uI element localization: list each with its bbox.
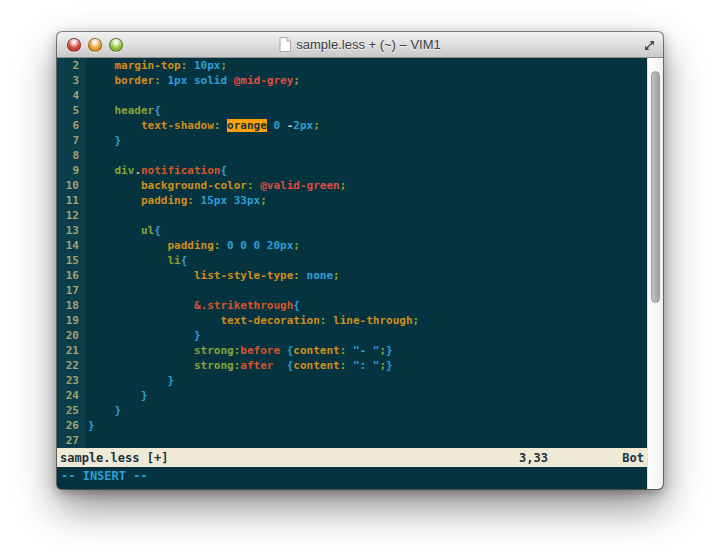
- statusline-ruler: 3,33: [519, 451, 548, 465]
- code-text: [86, 208, 88, 223]
- code-line[interactable]: 9 div.notification{: [57, 163, 647, 178]
- traffic-lights: [67, 32, 123, 57]
- code-text: }: [86, 418, 95, 433]
- line-number: 7: [57, 133, 86, 148]
- code-text: [86, 283, 88, 298]
- code-text: strong:before {content: "- ";}: [86, 343, 393, 358]
- code-text: padding: 15px 33px;: [86, 193, 267, 208]
- code-line[interactable]: 7 }: [57, 133, 647, 148]
- code-line[interactable]: 15 li{: [57, 253, 647, 268]
- code-line[interactable]: 25 }: [57, 403, 647, 418]
- line-number: 6: [57, 118, 86, 133]
- line-number: 16: [57, 268, 86, 283]
- line-number: 8: [57, 148, 86, 163]
- code-text: border: 1px solid @mid-grey;: [86, 73, 300, 88]
- code-line[interactable]: 26}: [57, 418, 647, 433]
- line-number: 2: [57, 58, 86, 73]
- code-line[interactable]: 10 background-color: @valid-green;: [57, 178, 647, 193]
- code-line[interactable]: 6 text-shadow: orange 0 -2px;: [57, 118, 647, 133]
- code-line[interactable]: 2 margin-top: 10px;: [57, 58, 647, 73]
- code-line[interactable]: 3 border: 1px solid @mid-grey;: [57, 73, 647, 88]
- line-number: 20: [57, 328, 86, 343]
- code-line[interactable]: 4: [57, 88, 647, 103]
- fullscreen-arrows-icon[interactable]: [643, 38, 656, 51]
- code-line[interactable]: 19 text-decoration: line-through;: [57, 313, 647, 328]
- code-line[interactable]: 21 strong:before {content: "- ";}: [57, 343, 647, 358]
- code-text: }: [86, 133, 121, 148]
- document-icon: [279, 37, 291, 52]
- code-text: }: [86, 373, 174, 388]
- code-text: div.notification{: [86, 163, 227, 178]
- line-number: 26: [57, 418, 86, 433]
- zoom-icon[interactable]: [109, 38, 123, 52]
- code-line[interactable]: 24 }: [57, 388, 647, 403]
- code-line[interactable]: 16 list-style-type: none;: [57, 268, 647, 283]
- code-line[interactable]: 20 }: [57, 328, 647, 343]
- line-number: 10: [57, 178, 86, 193]
- code-line[interactable]: 12: [57, 208, 647, 223]
- code-text: padding: 0 0 0 20px;: [86, 238, 300, 253]
- line-number: 9: [57, 163, 86, 178]
- code-text: margin-top: 10px;: [86, 58, 227, 73]
- window-titlebar[interactable]: sample.less + (~) – VIM1: [57, 32, 663, 58]
- line-number: 4: [57, 88, 86, 103]
- code-text: [86, 88, 88, 103]
- line-number: 25: [57, 403, 86, 418]
- scrollbar-thumb[interactable]: [651, 71, 660, 303]
- code-line[interactable]: 5 header{: [57, 103, 647, 118]
- code-text: }: [86, 328, 201, 343]
- statusline-filename: sample.less [+]: [60, 451, 168, 465]
- title-group: sample.less + (~) – VIM1: [279, 37, 441, 52]
- code-text: li{: [86, 253, 187, 268]
- code-line[interactable]: 22 strong:after {content: ": ";}: [57, 358, 647, 373]
- minimize-icon[interactable]: [88, 38, 102, 52]
- statusline-scroll-position: Bot: [622, 451, 644, 465]
- code-text: ul{: [86, 223, 161, 238]
- code-line[interactable]: 8: [57, 148, 647, 163]
- code-text: text-shadow: orange 0 -2px;: [86, 118, 320, 133]
- scrollbar[interactable]: [647, 58, 663, 489]
- line-number: 3: [57, 73, 86, 88]
- code-text: }: [86, 388, 148, 403]
- line-number: 11: [57, 193, 86, 208]
- line-number: 13: [57, 223, 86, 238]
- code-line[interactable]: 11 padding: 15px 33px;: [57, 193, 647, 208]
- vim-window: sample.less + (~) – VIM1 2 margin-top: 1…: [57, 32, 663, 489]
- line-number: 12: [57, 208, 86, 223]
- close-icon[interactable]: [67, 38, 81, 52]
- code-line[interactable]: 23 }: [57, 373, 647, 388]
- line-number: 27: [57, 433, 86, 448]
- line-number: 21: [57, 343, 86, 358]
- line-number: 23: [57, 373, 86, 388]
- code-text: }: [86, 403, 121, 418]
- line-number: 14: [57, 238, 86, 253]
- line-number: 22: [57, 358, 86, 373]
- code-text: list-style-type: none;: [86, 268, 340, 283]
- code-text: text-decoration: line-through;: [86, 313, 419, 328]
- vim-command-line: -- INSERT --: [57, 467, 647, 489]
- code-text: strong:after {content: ": ";}: [86, 358, 393, 373]
- editor-body: 2 margin-top: 10px;3 border: 1px solid @…: [57, 58, 663, 489]
- insert-mode-indicator: -- INSERT --: [61, 469, 148, 483]
- code-line[interactable]: 14 padding: 0 0 0 20px;: [57, 238, 647, 253]
- code-lines[interactable]: 2 margin-top: 10px;3 border: 1px solid @…: [57, 58, 647, 448]
- code-text: header{: [86, 103, 161, 118]
- line-number: 24: [57, 388, 86, 403]
- line-number: 19: [57, 313, 86, 328]
- code-line[interactable]: 17: [57, 283, 647, 298]
- code-text: background-color: @valid-green;: [86, 178, 346, 193]
- line-number: 18: [57, 298, 86, 313]
- code-text: [86, 148, 88, 163]
- code-line[interactable]: 18 &.strikethrough{: [57, 298, 647, 313]
- code-line[interactable]: 27: [57, 433, 647, 448]
- code-text: [86, 433, 88, 448]
- vim-statusline: sample.less [+] 3,33 Bot: [57, 448, 647, 467]
- line-number: 17: [57, 283, 86, 298]
- code-text: &.strikethrough{: [86, 298, 300, 313]
- line-number: 5: [57, 103, 86, 118]
- line-number: 15: [57, 253, 86, 268]
- code-line[interactable]: 13 ul{: [57, 223, 647, 238]
- window-title: sample.less + (~) – VIM1: [296, 37, 441, 52]
